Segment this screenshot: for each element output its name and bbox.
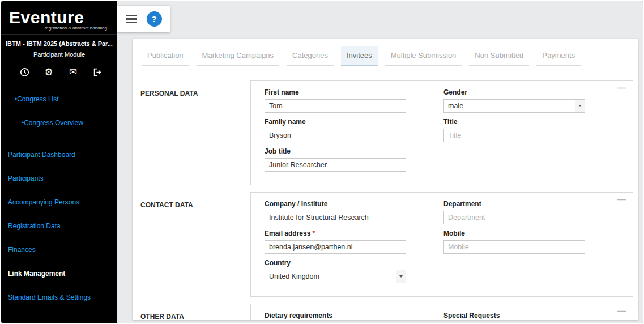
dietary-requirements-label: Dietary requirements [265, 312, 443, 319]
personal-data-section: PERSONAL DATA — First name Gender [140, 80, 633, 185]
chevron-down-icon[interactable] [575, 100, 585, 112]
mobile-input[interactable] [443, 240, 585, 254]
department-input[interactable] [443, 211, 585, 224]
tab-multiple-submission[interactable]: Multiple Submission [385, 46, 462, 66]
mobile-label: Mobile [443, 229, 621, 237]
gender-select-value[interactable] [443, 99, 585, 113]
sidebar-icon-row: ⚙ ✉ [1, 58, 117, 77]
congress-info: IBTM - IBTM 2025 (Abstracts & Par... Par… [1, 35, 117, 58]
sidebar-item-finances[interactable]: Finances [1, 246, 117, 254]
tab-marketing-campaigns[interactable]: Marketing Campaigns [197, 46, 279, 66]
contact-data-panel: — Company / Institute Department [250, 192, 633, 297]
logout-icon[interactable] [92, 67, 103, 77]
sidebar-item-participant-dashboard[interactable]: Participant Dashboard [1, 151, 117, 159]
company-label: Company / Institute [265, 200, 443, 208]
congress-name: IBTM - IBTM 2025 (Abstracts & Par... [4, 40, 114, 47]
brand-name: Eventure [9, 8, 109, 27]
gender-label: Gender [443, 88, 621, 96]
top-toolbar: ? [117, 6, 170, 32]
email-label: Email address* [265, 229, 443, 237]
menu-toggle-icon[interactable] [126, 13, 137, 25]
module-name: Participant Module [4, 51, 114, 58]
sidebar-item-accompanying-persons[interactable]: Accompanying Persons [1, 198, 117, 206]
logo: Eventure registration & abstract handlin… [1, 1, 117, 35]
company-input[interactable] [265, 211, 406, 224]
personal-data-title: PERSONAL DATA [140, 80, 250, 185]
first-name-input[interactable] [265, 99, 406, 113]
gear-icon[interactable]: ⚙ [44, 67, 54, 77]
sidebar-item-congress-list[interactable]: Congress List [1, 95, 117, 103]
sidebar-item-standard-emails[interactable]: Standard Emails & Settings [1, 293, 117, 301]
clock-icon[interactable] [19, 67, 29, 77]
family-name-input[interactable] [265, 129, 406, 142]
sidebar-item-congress-overview[interactable]: Congress Overview [1, 119, 117, 127]
sidebar-item-participants[interactable]: Participants [1, 174, 117, 182]
tab-non-submitted[interactable]: Non Submitted [469, 46, 529, 66]
form-sections: PERSONAL DATA — First name Gender [140, 80, 633, 320]
main-area: ? Publication Marketing Campaigns Catego… [117, 1, 643, 323]
job-title-input[interactable] [265, 158, 406, 172]
department-label: Department [443, 200, 621, 208]
collapse-icon[interactable]: — [617, 195, 626, 203]
family-name-label: Family name [265, 118, 443, 126]
sidebar-item-link-management[interactable]: Link Management [1, 270, 105, 285]
tab-publication[interactable]: Publication [142, 46, 189, 66]
tab-categories[interactable]: Categories [287, 46, 334, 66]
required-asterisk: * [312, 229, 315, 237]
country-select[interactable] [265, 270, 406, 283]
sidebar-menu: Congress List Congress Overview Particip… [1, 95, 117, 301]
app-window: Eventure registration & abstract handlin… [1, 1, 643, 323]
country-label: Country [265, 259, 443, 267]
email-input[interactable] [265, 240, 406, 254]
other-data-title: OTHER DATA [140, 304, 250, 320]
title-label: Title [443, 118, 621, 126]
contact-data-title: CONTACT DATA [140, 192, 250, 297]
job-title-label: Job title [265, 147, 443, 155]
mail-icon[interactable]: ✉ [68, 67, 78, 77]
gender-select[interactable] [443, 99, 585, 113]
special-requests-label: Special Requests [443, 312, 621, 319]
title-input[interactable] [443, 129, 585, 142]
personal-data-panel: — First name Gender [250, 80, 633, 185]
collapse-icon[interactable]: — [617, 83, 626, 92]
sidebar: Eventure registration & abstract handlin… [1, 1, 117, 323]
other-data-section: OTHER DATA — Dietary requirements [140, 304, 633, 320]
other-data-panel: — Dietary requirements Special Request [250, 304, 633, 320]
country-select-value[interactable] [265, 270, 406, 283]
help-button[interactable]: ? [147, 11, 162, 27]
tab-bar: Publication Marketing Campaigns Categori… [140, 46, 633, 66]
first-name-label: First name [265, 88, 443, 96]
chevron-down-icon[interactable] [396, 270, 406, 283]
tab-payments[interactable]: Payments [536, 46, 581, 66]
sidebar-item-registration-data[interactable]: Registration Data [1, 222, 117, 230]
contact-data-section: CONTACT DATA — Company / Institute Depar… [140, 192, 633, 297]
tab-invitees[interactable]: Invitees [341, 46, 378, 66]
content-card: Publication Marketing Campaigns Categori… [133, 39, 638, 320]
collapse-icon[interactable]: — [617, 306, 626, 315]
